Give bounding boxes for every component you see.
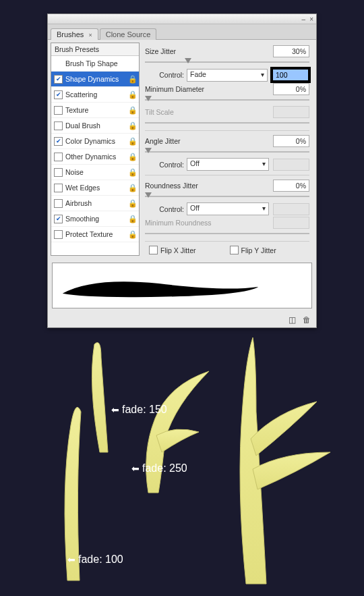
sidebar-item-label: Scattering xyxy=(65,90,128,99)
sidebar-item-other-dynamics[interactable]: Other Dynamics🔒 xyxy=(51,149,139,165)
checkbox-icon xyxy=(149,246,158,254)
checkbox-icon[interactable]: ✔ xyxy=(54,215,63,223)
flip-y-label: Flip Y Jitter xyxy=(241,246,276,254)
flip-y-checkbox[interactable]: Flip Y Jitter xyxy=(230,246,276,254)
sidebar-item-brush-tip-shape[interactable]: Brush Tip Shape🔒 xyxy=(51,56,139,72)
lock-icon[interactable]: 🔒 xyxy=(128,153,136,161)
min-roundness-slider xyxy=(145,230,309,237)
sidebar-item-dual-brush[interactable]: Dual Brush🔒 xyxy=(51,118,139,134)
sidebar-item-label: Dual Brush xyxy=(65,121,128,130)
lock-icon[interactable]: 🔒 xyxy=(128,215,136,223)
tab-clone-source-label: Clone Source xyxy=(106,30,151,38)
sidebar-item-label: Other Dynamics xyxy=(65,153,128,161)
checkbox-icon[interactable] xyxy=(54,199,63,208)
annotation-fade-100: fade: 100 xyxy=(67,553,123,566)
size-control-select[interactable]: Fade xyxy=(187,69,268,82)
sidebar-item-label: Texture xyxy=(65,106,128,114)
sidebar-item-smoothing[interactable]: ✔Smoothing🔒 xyxy=(51,211,139,227)
checkbox-icon[interactable] xyxy=(54,230,63,239)
checkbox-icon[interactable] xyxy=(54,168,63,177)
lock-icon[interactable]: 🔒 xyxy=(128,90,136,99)
angle-jitter-value[interactable]: 0% xyxy=(273,135,309,147)
roundness-control-value-box xyxy=(273,203,309,215)
sidebar-item-scattering[interactable]: ✔Scattering🔒 xyxy=(51,87,139,103)
sidebar-item-wet-edges[interactable]: Wet Edges🔒 xyxy=(51,180,139,196)
angle-jitter-slider[interactable] xyxy=(145,148,309,155)
sidebar-item-label: Shape Dynamics xyxy=(65,75,128,83)
sidebar-item-protect-texture[interactable]: Protect Texture🔒 xyxy=(51,227,139,242)
sidebar-item-label: Brush Tip Shape xyxy=(65,59,128,67)
tab-brushes[interactable]: Brushes × xyxy=(51,28,98,40)
sidebar-item-airbrush[interactable]: Airbrush🔒 xyxy=(51,196,139,211)
min-diameter-label: Minimum Diameter xyxy=(145,85,273,93)
angle-control-select[interactable]: Off xyxy=(187,158,269,171)
tilt-scale-label: Tilt Scale xyxy=(145,108,273,116)
size-jitter-label: Size Jitter xyxy=(145,47,273,55)
min-roundness-value xyxy=(273,217,309,229)
lock-icon[interactable]: 🔒 xyxy=(128,106,136,115)
checkbox-icon[interactable] xyxy=(54,121,63,130)
flip-x-label: Flip X Jitter xyxy=(160,246,196,254)
lock-icon[interactable]: 🔒 xyxy=(128,184,136,192)
checkbox-icon[interactable]: ✔ xyxy=(54,137,63,146)
angle-control-value-box xyxy=(273,159,309,171)
tab-close-icon[interactable]: × xyxy=(88,32,92,38)
sidebar-item-noise[interactable]: Noise🔒 xyxy=(51,165,139,180)
size-control-label: Control: xyxy=(145,71,184,79)
checkbox-icon[interactable] xyxy=(54,184,63,192)
sidebar-item-label: Noise xyxy=(65,168,128,176)
tilt-scale-value xyxy=(273,106,309,118)
sidebar-item-label: Protect Texture xyxy=(65,230,128,238)
lock-icon[interactable]: 🔒 xyxy=(128,230,136,239)
angle-jitter-label: Angle Jitter xyxy=(145,137,273,145)
min-diameter-value[interactable]: 0% xyxy=(273,83,309,95)
sidebar-item-label: Airbrush xyxy=(65,199,128,207)
checkbox-icon xyxy=(230,246,239,254)
lock-icon[interactable]: 🔒 xyxy=(128,168,136,177)
checkbox-icon[interactable]: ✔ xyxy=(54,75,63,84)
angle-control-label: Control: xyxy=(145,161,184,169)
roundness-jitter-slider[interactable] xyxy=(145,193,309,200)
annotation-fade-250: fade: 250 xyxy=(131,462,187,475)
lock-icon[interactable]: 🔒 xyxy=(128,199,136,208)
flip-x-checkbox[interactable]: Flip X Jitter xyxy=(149,246,196,254)
lock-icon[interactable]: 🔒 xyxy=(128,75,136,84)
roundness-control-label: Control: xyxy=(145,205,184,213)
brush-options-list: Brush Presets Brush Tip Shape🔒✔Shape Dyn… xyxy=(51,43,140,256)
roundness-jitter-value[interactable]: 0% xyxy=(273,180,309,192)
annotation-fade-150: fade: 150 xyxy=(111,404,167,416)
minimize-icon[interactable]: – xyxy=(302,16,306,23)
roundness-control-select[interactable]: Off xyxy=(187,202,269,215)
titlebar: – × xyxy=(48,14,316,24)
tab-clone-source[interactable]: Clone Source xyxy=(100,28,157,40)
min-diameter-slider[interactable] xyxy=(145,97,309,103)
brushes-panel: – × Brushes × Clone Source Brush Presets… xyxy=(47,13,317,328)
min-roundness-label: Minimum Roundness xyxy=(145,219,273,227)
size-jitter-value[interactable]: 30% xyxy=(273,45,309,57)
sidebar-item-label: Smoothing xyxy=(65,215,128,223)
brush-presets-header[interactable]: Brush Presets xyxy=(51,43,139,56)
brush-preview xyxy=(52,263,312,308)
tab-strip: Brushes × Clone Source xyxy=(48,24,316,40)
size-jitter-slider[interactable] xyxy=(145,59,309,65)
checkbox-icon[interactable]: ✔ xyxy=(54,90,63,99)
example-strokes xyxy=(0,317,364,596)
close-icon[interactable]: × xyxy=(309,16,313,23)
sidebar-item-label: Wet Edges xyxy=(65,184,128,192)
roundness-jitter-label: Roundness Jitter xyxy=(145,182,273,190)
size-fade-input[interactable]: 100 xyxy=(272,68,309,82)
lock-icon[interactable]: 🔒 xyxy=(128,121,136,130)
checkbox-icon[interactable] xyxy=(54,106,63,115)
checkbox-icon[interactable] xyxy=(54,153,63,161)
sidebar-item-texture[interactable]: Texture🔒 xyxy=(51,103,139,118)
sidebar-item-shape-dynamics[interactable]: ✔Shape Dynamics🔒 xyxy=(51,72,139,87)
lock-icon[interactable]: 🔒 xyxy=(128,137,136,146)
shape-dynamics-controls: Size Jitter 30% Control: Fade 100 Minimu… xyxy=(140,43,313,256)
sidebar-item-label: Color Dynamics xyxy=(65,137,128,145)
tilt-scale-slider xyxy=(145,119,309,126)
tab-brushes-label: Brushes xyxy=(57,30,84,38)
sidebar-item-color-dynamics[interactable]: ✔Color Dynamics🔒 xyxy=(51,134,139,149)
